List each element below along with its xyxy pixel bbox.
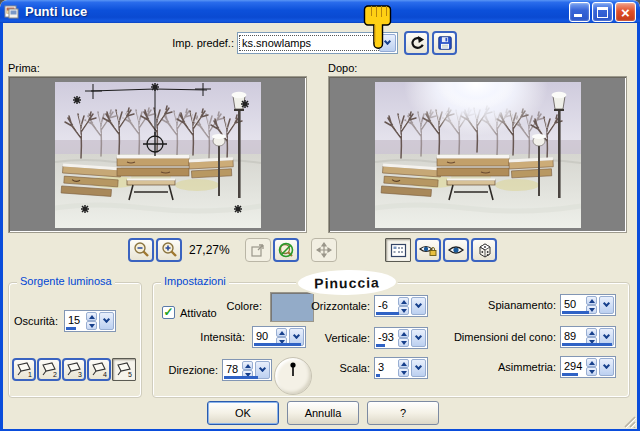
value-track — [562, 373, 578, 376]
spin-up-button[interactable] — [586, 328, 597, 337]
eye-lock-icon — [419, 242, 437, 258]
light-source-group-title: Sorgente luminosa — [17, 275, 115, 287]
spin-up-button[interactable] — [398, 297, 409, 306]
title-bar[interactable]: Punti luce × — [0, 0, 640, 23]
preset-label: Imp. predef.: — [150, 37, 234, 49]
light-source-5-button[interactable]: 5 — [112, 358, 136, 381]
proof-button[interactable] — [443, 238, 469, 262]
svg-text:3: 3 — [78, 371, 82, 378]
intensity-label: Intensità: — [183, 331, 245, 343]
after-label: Dopo: — [328, 62, 357, 74]
cancel-button[interactable]: Annulla — [287, 401, 359, 425]
slider-dropdown-button[interactable] — [411, 329, 426, 347]
fit-image-icon — [250, 242, 266, 258]
zoom-percent-label: 27,27% — [189, 243, 230, 257]
smoothing-spinner[interactable]: 50 — [560, 294, 616, 316]
scale-spinner[interactable]: 3 — [374, 357, 428, 379]
cone-size-spinner[interactable]: 89 — [560, 326, 616, 348]
maximize-icon — [597, 7, 608, 18]
value-track — [562, 343, 612, 346]
down-arrow-icon — [401, 341, 407, 345]
preset-value[interactable]: ks.snowlamps — [240, 36, 378, 50]
vertical-label: Verticale: — [280, 332, 370, 344]
spin-down-button[interactable] — [86, 321, 97, 330]
before-label: Prima: — [8, 62, 40, 74]
minimize-button[interactable] — [569, 2, 590, 22]
spin-up-button[interactable] — [586, 358, 597, 367]
light-source-2-button[interactable]: 2 — [37, 358, 61, 381]
color-label: Colore: — [218, 300, 262, 312]
spin-down-button[interactable] — [586, 367, 597, 376]
slider-dropdown-button[interactable] — [599, 296, 614, 314]
after-preview-panel[interactable] — [328, 76, 627, 233]
zoom-normal-button[interactable] — [273, 238, 299, 262]
resize-grip[interactable] — [622, 414, 636, 428]
pan-arrows-icon — [316, 242, 332, 258]
cone-size-label: Dimensioni del cono: — [440, 331, 556, 343]
up-arrow-icon — [589, 361, 595, 365]
svg-text:5: 5 — [128, 371, 132, 378]
close-button[interactable]: × — [615, 2, 636, 22]
ok-button[interactable]: OK — [207, 401, 279, 425]
after-preview-image — [375, 82, 581, 228]
spin-down-button[interactable] — [398, 306, 409, 315]
direction-spinner[interactable]: 78 — [222, 359, 272, 381]
before-preview-panel[interactable] — [8, 76, 307, 233]
chevron-down-icon — [603, 332, 610, 339]
show-panes-toggle[interactable] — [385, 238, 411, 262]
light-source-1-button[interactable]: 1 — [12, 358, 36, 381]
spin-up-button[interactable] — [398, 359, 409, 368]
svg-text:2: 2 — [53, 371, 57, 378]
enabled-checkbox[interactable]: ✓ — [162, 306, 175, 319]
chevron-down-icon — [415, 363, 422, 370]
asymmetry-label: Asimmetria: — [456, 361, 556, 373]
settings-group-title: Impostazioni — [161, 275, 229, 287]
maximize-button[interactable] — [592, 2, 613, 22]
slider-dropdown-button[interactable] — [599, 358, 614, 376]
pan-button[interactable] — [311, 238, 337, 262]
down-arrow-icon — [401, 309, 407, 313]
enabled-label[interactable]: Attivato — [180, 307, 217, 319]
horizontal-spinner[interactable]: -6 — [374, 295, 428, 317]
down-arrow-icon — [401, 371, 407, 375]
minimize-icon — [574, 14, 582, 17]
vertical-spinner[interactable]: -93 — [374, 327, 428, 349]
spin-up-button[interactable] — [586, 296, 597, 305]
zoom-out-button[interactable] — [128, 238, 154, 262]
zoom-in-button[interactable] — [156, 238, 182, 262]
fit-image-button[interactable] — [245, 238, 271, 262]
up-arrow-icon — [245, 364, 251, 368]
auto-proof-button[interactable] — [415, 238, 441, 262]
slider-dropdown-button[interactable] — [411, 359, 426, 377]
light-handles-overlay[interactable] — [55, 82, 261, 228]
spin-up-button[interactable] — [86, 312, 97, 321]
punti-luce-dialog: Punti luce × Imp. predef.: ks.snowlamps — [0, 0, 640, 431]
lamp-3-icon: 3 — [65, 361, 83, 378]
dice-icon — [476, 242, 493, 259]
reset-preset-button[interactable] — [404, 31, 429, 55]
lamp-5-icon: 5 — [115, 361, 133, 378]
help-button[interactable]: ? — [367, 401, 439, 425]
save-preset-button[interactable] — [432, 31, 457, 55]
scale-label: Scala: — [280, 362, 370, 374]
chevron-down-icon — [103, 316, 110, 323]
darkness-spinner[interactable]: 15 — [64, 310, 116, 332]
randomize-button[interactable] — [471, 238, 497, 262]
spin-down-button[interactable] — [398, 368, 409, 377]
pointing-hand-cursor — [362, 3, 395, 53]
app-icon — [4, 4, 20, 20]
darkness-label: Oscurità: — [14, 315, 58, 327]
spin-up-button[interactable] — [398, 329, 409, 338]
spin-up-button[interactable] — [242, 361, 253, 370]
chevron-down-icon — [415, 301, 422, 308]
zoom-out-icon — [132, 241, 150, 259]
spin-down-button[interactable] — [398, 338, 409, 347]
asymmetry-spinner[interactable]: 294 — [560, 356, 616, 378]
slider-dropdown-button[interactable] — [411, 297, 426, 315]
value-track — [562, 311, 589, 314]
chevron-down-icon — [415, 333, 422, 340]
slider-dropdown-button[interactable] — [99, 312, 114, 330]
light-source-3-button[interactable]: 3 — [62, 358, 86, 381]
light-source-4-button[interactable]: 4 — [87, 358, 111, 381]
chevron-down-icon — [603, 362, 610, 369]
